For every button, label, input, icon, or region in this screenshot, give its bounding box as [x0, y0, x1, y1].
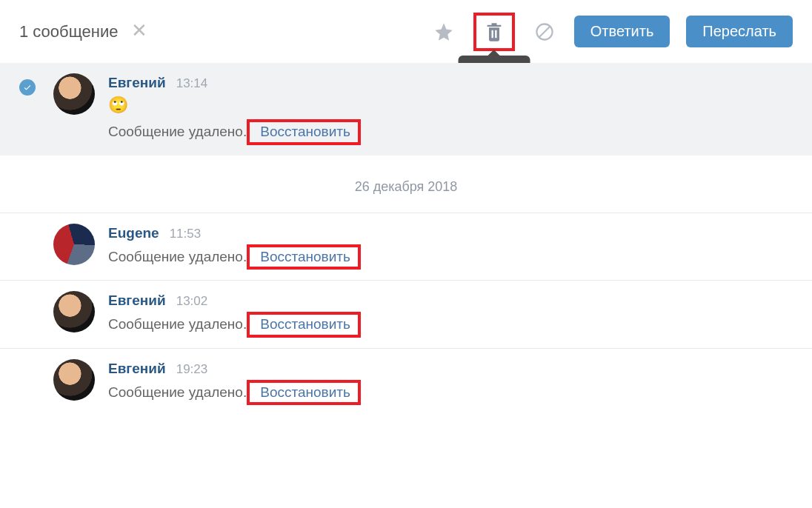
message-time: 13:02 — [176, 294, 208, 309]
message-emoji: 🙄 — [108, 96, 793, 115]
block-icon[interactable] — [531, 19, 558, 45]
author-name[interactable]: Eugene — [108, 225, 159, 241]
delete-button-highlight: Удалить — [473, 13, 515, 51]
message-time: 11:53 — [170, 227, 202, 241]
forward-button[interactable]: Переслать — [686, 16, 793, 47]
message-row[interactable]: Eugene 11:53 Сообщение удалено. Восстано… — [0, 213, 812, 281]
message-row[interactable]: Евгений 19:23 Сообщение удалено. Восстан… — [0, 348, 812, 416]
restore-link[interactable]: Восстановить — [256, 247, 355, 266]
message-body: Евгений 13:02 Сообщение удалено. Восстан… — [108, 291, 793, 338]
deleted-text: Сообщение удалено. — [108, 124, 247, 140]
restore-highlight: Восстановить — [247, 244, 361, 270]
message-row[interactable]: Евгений 13:02 Сообщение удалено. Восстан… — [0, 280, 812, 348]
message-body: Евгений 13:14 🙄 Сообщение удалено. Восст… — [108, 73, 793, 145]
restore-highlight: Восстановить — [247, 380, 361, 406]
restore-highlight: Восстановить — [247, 312, 361, 338]
message-body: Eugene 11:53 Сообщение удалено. Восстано… — [108, 224, 793, 270]
author-name[interactable]: Евгений — [108, 293, 166, 309]
message-body: Евгений 19:23 Сообщение удалено. Восстан… — [108, 359, 793, 406]
reply-button[interactable]: Ответить — [574, 16, 670, 47]
restore-highlight: Восстановить — [247, 119, 361, 145]
star-icon[interactable] — [430, 19, 457, 45]
restore-link[interactable]: Восстановить — [256, 383, 355, 401]
check-icon[interactable] — [19, 79, 36, 96]
message-row[interactable]: Евгений 13:14 🙄 Сообщение удалено. Восст… — [0, 63, 812, 156]
deleted-text: Сообщение удалено. — [108, 384, 247, 401]
selection-actions: Удалить Ответить Переслать — [430, 0, 793, 63]
author-name[interactable]: Евгений — [108, 361, 166, 377]
avatar[interactable] — [53, 73, 95, 115]
avatar[interactable] — [53, 359, 95, 401]
close-icon[interactable]: ✕ — [131, 19, 147, 42]
avatar[interactable] — [53, 224, 95, 265]
message-time: 19:23 — [176, 362, 208, 377]
restore-link[interactable]: Восстановить — [256, 315, 355, 333]
author-name[interactable]: Евгений — [108, 75, 166, 91]
message-time: 13:14 — [176, 76, 208, 91]
selection-count: 1 сообщение — [19, 22, 118, 41]
deleted-text: Сообщение удалено. — [108, 249, 247, 265]
selection-header: 1 сообщение ✕ Удалить Ответить Переслать — [0, 0, 812, 63]
avatar[interactable] — [53, 291, 95, 332]
deleted-text: Сообщение удалено. — [108, 316, 247, 332]
trash-icon[interactable] — [481, 19, 508, 45]
date-separator: 26 декабря 2018 — [0, 156, 812, 213]
restore-link[interactable]: Восстановить — [256, 122, 355, 141]
